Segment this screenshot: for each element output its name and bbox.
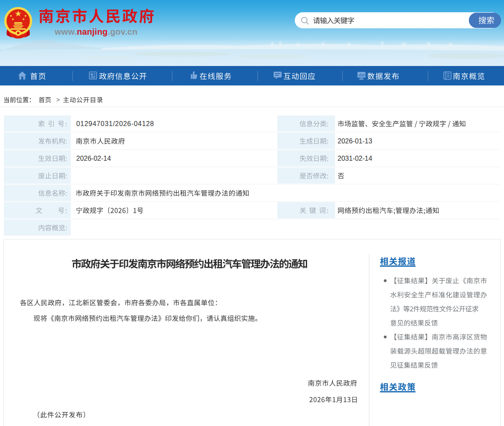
svg-text:012947031/2026-04128: 012947031/2026-04128: [76, 120, 154, 127]
svg-text:2026-02-14: 2026-02-14: [76, 155, 111, 162]
svg-text:2031-02-14: 2031-02-14: [338, 155, 372, 162]
svg-text:2026-01-13: 2026-01-13: [338, 137, 372, 145]
svg-text:>: >: [56, 96, 60, 103]
svg-text:www.nanjing.gov.cn: www.nanjing.gov.cn: [54, 27, 138, 36]
